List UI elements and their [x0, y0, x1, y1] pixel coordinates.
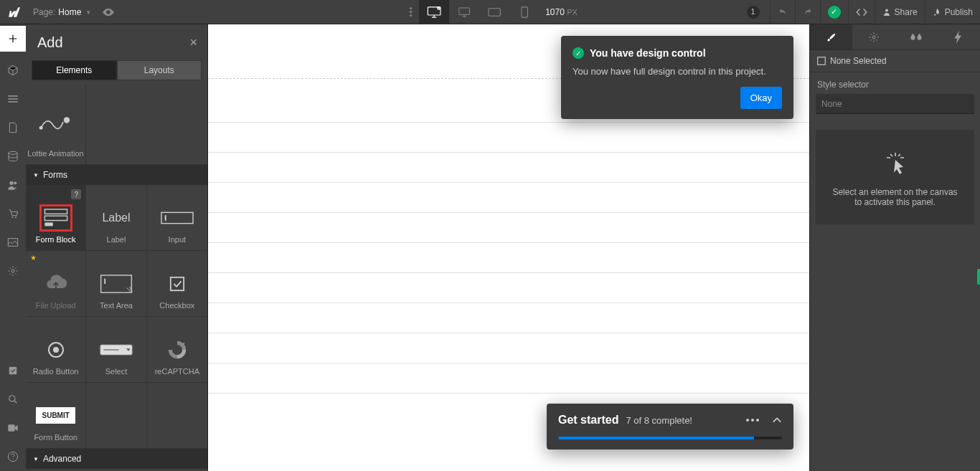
- element-text-area[interactable]: Text Area: [86, 251, 146, 317]
- style-panel-hint: Select an element on the canvas to activ…: [816, 130, 974, 224]
- redo-button[interactable]: [795, 0, 820, 24]
- drops-icon: [910, 32, 923, 42]
- submit-icon: SUBMIT: [36, 407, 75, 424]
- breakpoint-tablet[interactable]: [449, 0, 479, 24]
- pages-button[interactable]: [0, 113, 26, 142]
- breakpoint-desktop[interactable]: [419, 0, 449, 24]
- publish-button[interactable]: Publish: [925, 0, 980, 24]
- navigator-button[interactable]: [0, 85, 26, 113]
- close-panel-button[interactable]: ×: [189, 35, 197, 50]
- symbols-button[interactable]: [0, 56, 26, 85]
- recaptcha-icon: [167, 340, 187, 360]
- tab-interactions[interactable]: [938, 24, 980, 49]
- more-breakpoints-button[interactable]: [402, 7, 419, 16]
- audit-button[interactable]: [0, 356, 26, 385]
- element-form-block[interactable]: ? Form Block: [26, 185, 86, 251]
- design-control-notification: ✓ You have design control You now have f…: [561, 36, 793, 119]
- get-started-title: Get started: [558, 414, 618, 427]
- svg-point-14: [9, 396, 15, 401]
- svg-point-18: [63, 117, 69, 123]
- more-menu-button[interactable]: [746, 419, 759, 422]
- layers-icon: [7, 94, 19, 104]
- element-label[interactable]: Label Label: [86, 185, 146, 251]
- breakpoint-landscape[interactable]: [479, 0, 509, 24]
- category-advanced[interactable]: ▼Advanced: [26, 449, 207, 469]
- export-code-button[interactable]: [848, 0, 875, 24]
- get-started-panel: Get started 7 of 8 complete!: [547, 404, 793, 449]
- page-icon: [8, 122, 18, 133]
- triangle-down-icon: ▼: [33, 172, 39, 179]
- svg-rect-26: [171, 277, 184, 290]
- element-file-upload[interactable]: ★ File Upload: [26, 251, 86, 317]
- svg-rect-13: [9, 367, 17, 375]
- empty-tile: [86, 383, 146, 449]
- checkbox-icon: [169, 276, 185, 292]
- notifications-badge[interactable]: 1: [740, 0, 770, 24]
- selector-row[interactable]: None Selected: [810, 50, 980, 72]
- assets-button[interactable]: [0, 228, 26, 257]
- svg-rect-19: [44, 209, 67, 213]
- form-block-icon: [44, 206, 68, 230]
- users-button[interactable]: [0, 171, 26, 199]
- add-panel: Add × Elements Layouts Lottie Animation …: [26, 24, 208, 471]
- help-button[interactable]: [0, 442, 26, 471]
- video-icon: [7, 424, 19, 432]
- canvas-width-display[interactable]: 1070 PX: [545, 7, 578, 17]
- svg-point-12: [11, 270, 14, 272]
- element-lottie[interactable]: Lottie Animation: [26, 85, 86, 165]
- collapse-button[interactable]: [772, 417, 782, 424]
- element-recaptcha[interactable]: reCAPTCHA: [147, 317, 207, 383]
- get-started-progress-text: 7 of 8 complete!: [626, 415, 692, 426]
- share-button[interactable]: Share: [875, 0, 925, 24]
- svg-point-10: [15, 217, 17, 218]
- svg-rect-3: [489, 8, 501, 16]
- element-input[interactable]: Input: [147, 185, 207, 251]
- chevron-up-icon: [772, 417, 782, 424]
- element-checkbox[interactable]: Checkbox: [147, 251, 207, 317]
- triangle-down-icon: ▼: [33, 456, 39, 462]
- page-selector[interactable]: Page: Home ▾: [26, 0, 98, 24]
- tab-settings[interactable]: [852, 24, 895, 49]
- left-rail: [0, 24, 26, 471]
- input-icon: [161, 211, 194, 224]
- tab-elements[interactable]: Elements: [32, 60, 117, 80]
- element-form-button[interactable]: SUBMIT Form Button: [26, 383, 86, 449]
- preview-button[interactable]: [98, 0, 119, 24]
- style-selector-input[interactable]: None: [816, 94, 974, 114]
- ecommerce-button[interactable]: [0, 199, 26, 228]
- breakpoint-mobile[interactable]: [509, 0, 540, 24]
- page-label: Page:: [33, 7, 55, 17]
- cart-icon: [7, 208, 19, 219]
- element-select[interactable]: Select: [86, 317, 146, 383]
- users-icon: [7, 180, 19, 190]
- svg-point-9: [11, 217, 13, 218]
- video-button[interactable]: [0, 414, 26, 442]
- svg-point-5: [885, 9, 888, 11]
- cms-button[interactable]: [0, 142, 26, 171]
- webflow-logo[interactable]: [0, 0, 26, 24]
- notification-title: You have design control: [590, 47, 706, 59]
- category-forms[interactable]: ▼Forms: [26, 165, 207, 185]
- check-icon: ✓: [828, 6, 841, 19]
- breakpoint-switcher: 1070 PX: [402, 0, 578, 24]
- gear-icon: [7, 265, 19, 277]
- svg-point-17: [39, 125, 42, 129]
- help-badge[interactable]: ?: [71, 189, 81, 199]
- search-icon: [8, 394, 18, 404]
- status-button[interactable]: ✓: [820, 0, 848, 24]
- tab-spacing[interactable]: [895, 24, 938, 49]
- tab-style[interactable]: [810, 24, 852, 49]
- element-radio-button[interactable]: Radio Button: [26, 317, 86, 383]
- chevron-down-icon: ▾: [87, 9, 90, 16]
- okay-button[interactable]: Okay: [740, 87, 782, 109]
- tab-layouts[interactable]: Layouts: [117, 60, 202, 80]
- undo-button[interactable]: [770, 0, 795, 24]
- undo-icon: [778, 7, 788, 17]
- svg-point-8: [14, 181, 17, 184]
- empty-tile: [147, 383, 207, 449]
- svg-point-7: [9, 181, 13, 185]
- search-button[interactable]: [0, 385, 26, 414]
- settings-button[interactable]: [0, 257, 26, 285]
- bolt-icon: [954, 31, 963, 44]
- add-elements-button[interactable]: [0, 26, 26, 52]
